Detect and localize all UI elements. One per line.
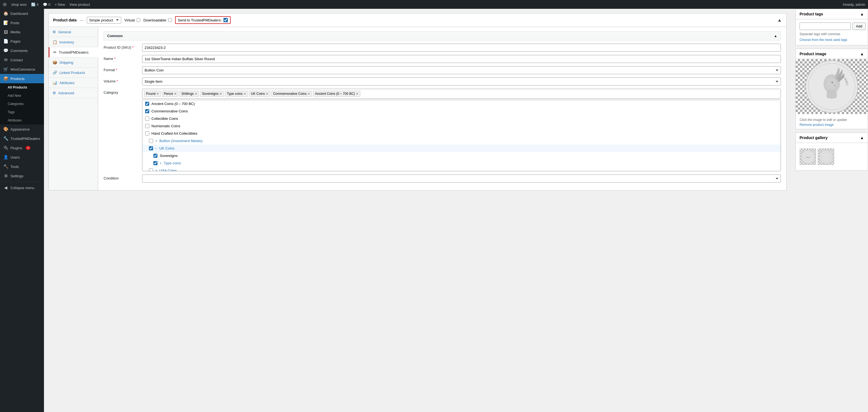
- sidebar-item-pages[interactable]: 📄 Pages: [0, 37, 44, 46]
- panel-collapse-button[interactable]: ▲: [777, 17, 782, 23]
- sidebar-item-posts[interactable]: 📝 Posts: [0, 18, 44, 28]
- sidebar-item-products[interactable]: 📦 Products: [0, 74, 44, 83]
- sidebar-item-dashboard[interactable]: 🏠 Dashboard: [0, 9, 44, 18]
- tab-shipping[interactable]: 📦 Shipping: [49, 58, 98, 68]
- cat-link-type-coins[interactable]: Type coins: [164, 161, 181, 165]
- virtual-checkbox[interactable]: [136, 19, 140, 22]
- sidebar: 🏠 Dashboard 📝 Posts 🖼 Media 📄 Pages 💬 Co…: [0, 9, 44, 412]
- submenu-attributes[interactable]: Attributes: [0, 116, 44, 125]
- gallery-thumb-1[interactable]: 2017: [800, 149, 816, 165]
- product-image-area[interactable]: LIBERTY: [796, 59, 868, 114]
- cat-option-sovereigns[interactable]: Sovereigns: [143, 152, 781, 159]
- submenu-tags[interactable]: Tags: [0, 108, 44, 116]
- sidebar-item-trustedpm[interactable]: 🔧 TrustedPMDealers: [0, 134, 44, 143]
- tab-attributes[interactable]: 📊 Attributes: [49, 78, 98, 88]
- sidebar-item-tools[interactable]: 🔨 Tools: [0, 162, 44, 171]
- sidebar-item-plugins[interactable]: 🔌 Plugins 3: [0, 143, 44, 153]
- submenu-categories[interactable]: Categories: [0, 100, 44, 108]
- cat-option-commemorative[interactable]: Commemorative Coins: [143, 107, 781, 115]
- site-name[interactable]: shop woo: [11, 2, 27, 7]
- tag-uk-coins-remove[interactable]: ×: [266, 92, 268, 96]
- category-label: Category: [104, 89, 142, 95]
- cat-option-numismatic[interactable]: Numismatic Coins: [143, 122, 781, 130]
- cat-link-usa-coins[interactable]: USA Coins: [159, 168, 177, 171]
- cat-option-collectible[interactable]: Collectible Coins: [143, 115, 781, 122]
- cat-checkbox-numismatic[interactable]: [145, 124, 149, 128]
- tag-pence-remove[interactable]: ×: [174, 92, 177, 96]
- panel-header: Product data — Simple product Virtual: D…: [49, 13, 786, 27]
- name-input[interactable]: 1oz SilverTowne Indian Buffalo Silver Ro…: [142, 55, 781, 63]
- cat-checkbox-handcrafted[interactable]: [145, 131, 149, 135]
- cat-option-uk-coins[interactable]: – UK Coins: [143, 145, 781, 152]
- downloadable-checkbox[interactable]: [168, 19, 172, 22]
- sku-required: *: [132, 45, 133, 50]
- panel-form: Common ▲ Product ID (SKU) * 234223423-2: [98, 27, 786, 190]
- tag-ancient-remove[interactable]: ×: [356, 92, 358, 96]
- view-product-link[interactable]: View product: [69, 2, 90, 7]
- tag-pound: Pound ×: [144, 91, 161, 97]
- tag-pound-remove[interactable]: ×: [157, 92, 159, 96]
- new-button[interactable]: + New: [55, 2, 65, 7]
- tab-trustedpm[interactable]: ✏ TrustedPMDealers: [49, 47, 98, 58]
- product-image-svg: LIBERTY: [804, 59, 859, 114]
- cat-checkbox-type-coins[interactable]: [153, 161, 157, 165]
- cat-option-ancient[interactable]: Ancient Coins (0 – 700 BC): [143, 100, 781, 107]
- submenu-add-new[interactable]: Add New: [0, 92, 44, 100]
- product-type-select[interactable]: Simple product: [87, 17, 121, 24]
- woocommerce-icon: 🛒: [3, 67, 8, 72]
- sidebar-item-users[interactable]: 👤 Users: [0, 153, 44, 162]
- format-select[interactable]: Bullion CoinProof CoinBar: [142, 66, 781, 74]
- section-collapse-icon[interactable]: ▲: [774, 34, 777, 38]
- gallery-thumbnails: 2017: [800, 146, 864, 167]
- cat-option-type-coins[interactable]: + Type coins: [143, 159, 781, 167]
- sidebar-item-comments[interactable]: 💬 Comments: [0, 46, 44, 55]
- collapse-icon: ◀: [3, 185, 8, 190]
- send-to-checkbox[interactable]: [223, 18, 228, 22]
- cat-checkbox-collectible[interactable]: [145, 117, 149, 121]
- cat-checkbox-commemorative[interactable]: [145, 109, 149, 113]
- sidebar-item-settings[interactable]: ⚙ Settings: [0, 171, 44, 181]
- sidebar-item-collapse[interactable]: ◀ Collapse menu: [0, 183, 44, 192]
- product-image-collapse-icon[interactable]: ▲: [860, 52, 864, 56]
- cat-link-uk-coins[interactable]: UK Coins: [159, 146, 175, 150]
- condition-row: Condition: [104, 175, 781, 183]
- sidebar-item-media[interactable]: 🖼 Media: [0, 28, 44, 37]
- updates-link[interactable]: 🔄 4: [31, 2, 38, 7]
- cat-option-bullion[interactable]: + Bullion (Investment Metals): [143, 137, 781, 145]
- sku-input[interactable]: 234223423-2: [142, 44, 781, 52]
- tag-add-button[interactable]: Add: [852, 23, 866, 30]
- tag-commemorative-remove[interactable]: ×: [308, 92, 310, 96]
- cat-option-handcrafted[interactable]: Hand Crafted Art Collectibles: [143, 130, 781, 137]
- submenu-all-products[interactable]: All Products: [0, 83, 44, 92]
- cat-option-usa-coins[interactable]: + USA Coins: [143, 167, 781, 171]
- tag-type-coins-remove[interactable]: ×: [244, 92, 246, 96]
- tag-shillings-remove[interactable]: ×: [195, 92, 197, 96]
- product-gallery-title: Product gallery: [800, 135, 828, 140]
- sidebar-item-woocommerce[interactable]: 🛒 WooCommerce: [0, 65, 44, 74]
- tab-advanced[interactable]: ⚙ Advanced: [49, 88, 98, 98]
- tab-inventory[interactable]: 📋 Inventory: [49, 37, 98, 47]
- comments-link[interactable]: 💬 0: [43, 2, 50, 7]
- tag-sovereigns: Sovereigns ×: [200, 91, 224, 97]
- cat-checkbox-uk-coins[interactable]: [149, 146, 153, 150]
- cat-checkbox-bullion[interactable]: [149, 139, 153, 143]
- tab-linked-products[interactable]: 🔗 Linked Products: [49, 68, 98, 78]
- sidebar-item-contact[interactable]: ✉ Contact: [0, 55, 44, 65]
- tag-input[interactable]: [800, 23, 851, 30]
- sku-label: Product ID (SKU) *: [104, 44, 142, 50]
- volume-select[interactable]: Single Item2-Coin Set5-Coin Set: [142, 77, 781, 86]
- tab-general[interactable]: ⚙ General: [49, 27, 98, 37]
- condition-select[interactable]: [142, 175, 781, 183]
- tag-ancient: Ancient Coins (0 – 700 BC) ×: [313, 91, 360, 97]
- sidebar-item-appearance[interactable]: 🎨 Appearance: [0, 125, 44, 134]
- cat-checkbox-ancient[interactable]: [145, 102, 149, 106]
- product-tags-collapse-icon[interactable]: ▲: [860, 12, 864, 16]
- product-gallery-collapse-icon[interactable]: ▲: [860, 135, 864, 140]
- cat-checkbox-sovereigns[interactable]: [153, 154, 157, 158]
- cat-link-bullion[interactable]: Bullion (Investment Metals): [159, 139, 203, 143]
- tag-choose-link[interactable]: Choose from the most used tags: [800, 38, 847, 42]
- remove-product-image-link[interactable]: Remove product image: [800, 123, 864, 127]
- gallery-thumb-2[interactable]: [818, 149, 834, 165]
- tag-sovereigns-remove[interactable]: ×: [220, 92, 222, 96]
- cat-checkbox-usa-coins[interactable]: [149, 168, 153, 171]
